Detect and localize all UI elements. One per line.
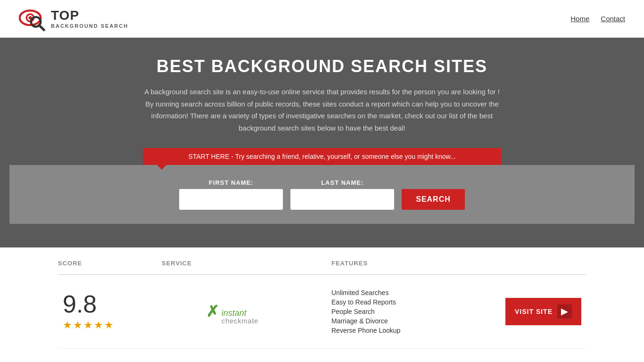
feature-item: People Search bbox=[331, 308, 501, 315]
visit-cell-1: VISIT SITE ▶ bbox=[501, 298, 586, 325]
header-features: FEATURES bbox=[331, 260, 501, 267]
hero-section: BEST BACKGROUND SEARCH SITES A backgroun… bbox=[0, 38, 644, 247]
nav-home[interactable]: Home bbox=[570, 15, 589, 23]
main-nav: Home Contact bbox=[570, 15, 625, 23]
instantcheckmate-logo: ✗ instant checkmate bbox=[204, 300, 289, 323]
logo-text: TOP BACKGROUND SEARCH bbox=[51, 8, 128, 29]
last-name-input[interactable] bbox=[290, 189, 394, 210]
star-2: ★ bbox=[73, 319, 83, 331]
site-header: TOP BACKGROUND SEARCH Home Contact bbox=[0, 0, 644, 38]
feature-item: Easy to Read Reports bbox=[331, 298, 501, 306]
star-3: ★ bbox=[83, 319, 93, 331]
star-1: ★ bbox=[63, 319, 72, 331]
nav-contact[interactable]: Contact bbox=[601, 15, 625, 23]
table-row: 9.4 ★ ★ ★ ★ ★ PeopleLooker Accurate and … bbox=[58, 349, 586, 362]
svg-text:✗: ✗ bbox=[206, 303, 219, 320]
logo: TOP BACKGROUND SEARCH bbox=[19, 6, 128, 32]
checkmate-logo-svg: ✗ instant checkmate bbox=[204, 300, 289, 323]
stars-1: ★ ★ ★ ★ ★ bbox=[63, 319, 114, 331]
last-name-group: LAST NAME: bbox=[290, 179, 394, 210]
svg-text:instant: instant bbox=[222, 308, 247, 318]
feature-item: Unlimited Searches bbox=[331, 289, 501, 296]
first-name-label: FIRST NAME: bbox=[179, 179, 283, 186]
feature-item: Reverse Phone Lookup bbox=[331, 327, 501, 334]
hero-title: BEST BACKGROUND SEARCH SITES bbox=[9, 57, 635, 76]
header-score: SCORE bbox=[58, 260, 162, 267]
star-5: ★ bbox=[104, 319, 114, 331]
header-service: SERVICE bbox=[162, 260, 331, 267]
visit-label-1: VISIT SITE bbox=[515, 308, 553, 315]
search-banner: START HERE - Try searching a friend, rel… bbox=[143, 148, 501, 165]
logo-icon bbox=[19, 6, 47, 32]
logo-top-text: TOP bbox=[51, 8, 128, 23]
table-row: 9.8 ★ ★ ★ ★ ★ ✗ instant checkmate bbox=[58, 275, 586, 349]
first-name-group: FIRST NAME: bbox=[179, 179, 283, 210]
search-form: FIRST NAME: LAST NAME: SEARCH bbox=[110, 179, 534, 210]
last-name-label: LAST NAME: bbox=[290, 179, 394, 186]
search-button[interactable]: SEARCH bbox=[402, 189, 465, 210]
visit-arrow-icon-1: ▶ bbox=[557, 304, 572, 319]
visit-site-button-1[interactable]: VISIT SITE ▶ bbox=[505, 298, 581, 325]
score-cell-1: 9.8 ★ ★ ★ ★ ★ bbox=[58, 292, 162, 331]
results-table-section: SCORE SERVICE FEATURES 9.8 ★ ★ ★ ★ ★ ✗ bbox=[39, 252, 605, 362]
logo-bottom-text: BACKGROUND SEARCH bbox=[51, 23, 128, 29]
service-cell-1: ✗ instant checkmate bbox=[162, 300, 331, 323]
score-number-1: 9.8 bbox=[63, 292, 97, 316]
first-name-input[interactable] bbox=[179, 189, 283, 210]
header-action bbox=[501, 260, 586, 267]
feature-item: Marriage & Divorce bbox=[331, 317, 501, 325]
table-header: SCORE SERVICE FEATURES bbox=[58, 252, 586, 275]
svg-text:checkmate: checkmate bbox=[222, 317, 259, 323]
hero-description: A background search site is an easy-to-u… bbox=[143, 86, 501, 134]
star-4: ★ bbox=[94, 319, 103, 331]
search-form-area: FIRST NAME: LAST NAME: SEARCH bbox=[9, 165, 635, 224]
features-cell-1: Unlimited Searches Easy to Read Reports … bbox=[331, 289, 501, 334]
